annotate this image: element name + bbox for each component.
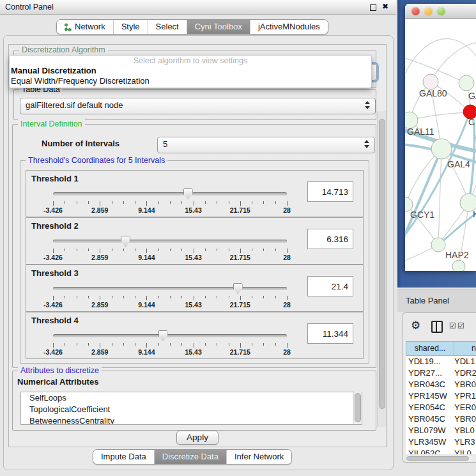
threshold-label: Threshold 1 [31,174,79,183]
slider-thumb[interactable] [121,236,130,247]
table-row[interactable]: YDR27...YDR2 [406,367,476,379]
table-data-combo-value: galFiltered.sif default node [26,100,123,110]
tab-style[interactable]: Style [114,20,148,34]
list-item[interactable]: SelfLoops [21,392,362,404]
minimize-traffic-icon[interactable] [424,7,433,15]
tick-mark [123,296,124,298]
tab-label: Style [121,20,140,34]
network-node[interactable] [452,260,465,271]
node-label: GA [468,91,476,101]
node-label: C [468,117,475,127]
tab-select[interactable]: Select [148,20,187,34]
threshold-value-field[interactable]: 14.713 [307,181,353,202]
tab-impute-data[interactable]: Impute Data [93,450,155,464]
threshold-value-field[interactable]: 6.316 [307,229,353,249]
tick-label: 21.715 [230,254,250,261]
list-item[interactable]: TopologicalCoefficient [21,404,362,415]
slider-track[interactable] [53,192,287,196]
num-intervals-combo[interactable]: 5 [157,137,375,153]
tick-mark [229,249,229,251]
panel-scrollbar[interactable] [377,111,386,427]
table-hscrollbar[interactable] [406,456,474,461]
numerical-attributes-label: Numerical Attributes [17,377,98,387]
tick-label: 21.715 [230,348,250,356]
close-icon[interactable]: ✖ [382,2,388,11]
network-edge-thick[interactable] [438,211,476,245]
attribute-list[interactable]: SelfLoopsTopologicalCoefficientBetweenne… [20,392,362,425]
algorithm-dropdown-popup: Select algorithm to view settings Manual… [9,55,372,88]
cell-shared-name: YER054C [406,402,454,413]
table-row[interactable]: YPR145WYPR1 [406,390,476,402]
tick-label: 28 [283,301,291,309]
threshold-value-field[interactable]: 11.344 [307,323,353,344]
network-edge[interactable] [410,112,470,120]
table-row[interactable]: YIL052CYIL0 [406,448,476,454]
tick-mark [135,249,135,251]
tick-label: 28 [283,206,291,214]
tab-infer-network[interactable]: Infer Network [227,450,291,464]
tick-mark [77,343,77,346]
threshold-slider[interactable]: -3.4262.8599.14415.4321.71528 [53,234,289,261]
tick-mark [217,296,217,298]
slider-thumb[interactable] [183,188,193,199]
tick-mark [88,249,89,251]
slider-track[interactable] [53,240,287,243]
cell-shared-name: YBR045C [406,413,454,425]
checkbox-icon[interactable]: ☑ [449,321,456,330]
tab-jactivemnodules[interactable]: jActiveMNodules [250,20,328,34]
cell-shared-name: YBL079W [406,425,454,436]
tab-cyni-toolbox[interactable]: Cyni Toolbox [187,20,250,34]
table-row[interactable]: YBR045CYBR0 [406,413,476,425]
tick-mark [181,343,182,346]
table-data-combo[interactable]: galFiltered.sif default node [20,98,376,114]
cell-name: YIL0 [454,448,476,454]
tick-mark [77,296,77,298]
gear-icon[interactable]: ⚙ [411,319,420,332]
dropdown-hint-item[interactable]: Select algorithm to view settings [10,56,371,66]
slider-thumb[interactable] [233,283,243,294]
table-data-group: Table Data galFiltered.sif default node [13,89,376,120]
tick-mark [112,201,112,204]
table-row[interactable]: YER054CYER0 [406,402,476,413]
dropdown-item-equal-width[interactable]: Equal Width/Frequency Discretization [10,76,371,86]
network-node-hap2[interactable] [431,238,445,252]
list-item[interactable]: BetweennessCentrality [21,415,362,425]
tab-discretize-data[interactable]: Discretize Data [155,450,227,464]
network-edge[interactable] [405,39,476,80]
column-header-shared[interactable]: shared... [406,341,454,356]
tick-mark [263,296,264,298]
threshold-slider[interactable]: -3.4262.8599.14415.4321.71528 [53,329,289,356]
column-header-name[interactable]: n [454,341,476,356]
network-node-gal4[interactable] [431,139,452,159]
apply-button[interactable]: Apply [176,431,219,445]
tab-network[interactable]: Network [57,20,114,34]
threshold-label: Threshold 3 [31,268,79,278]
slider-track[interactable] [53,287,287,290]
attribute-list-scrollbar[interactable] [353,392,362,424]
tab-label: Select [156,20,179,34]
columns-icon[interactable] [431,321,443,333]
tick-mark [240,201,241,206]
dropdown-item-manual[interactable]: Manual Discretization [10,66,371,76]
network-node-ga[interactable] [459,75,474,91]
tick-mark [123,249,124,251]
table-row[interactable]: YBR043CYBR0 [406,379,476,390]
threshold-value-field[interactable]: 21.4 [307,276,353,296]
threshold-slider[interactable]: -3.4262.8599.14415.4321.71528 [53,187,289,214]
network-node-gal80[interactable] [423,74,438,89]
slider-thumb[interactable] [158,330,168,341]
table-panel-title: Table Panel [406,296,449,305]
network-edge[interactable] [438,149,441,245]
slider-track[interactable] [53,334,287,337]
table-row[interactable]: YBL079WYBL0 [406,425,476,436]
network-canvas[interactable]: GAL80GACGAL11GAL4GCY1HHAP2 [405,19,476,271]
float-icon[interactable] [370,4,376,11]
table-row[interactable]: YDL19...YDL1 [406,356,476,367]
checkbox-icon[interactable]: ☑ [457,321,464,330]
zoom-traffic-icon[interactable] [437,7,445,15]
tick-mark [205,296,206,298]
threshold-slider[interactable]: -3.4262.8599.14415.4321.71528 [53,282,289,309]
table-row[interactable]: YLR345WYLR3 [406,436,476,448]
tick-label: 28 [283,254,291,261]
close-traffic-icon[interactable] [411,7,420,15]
